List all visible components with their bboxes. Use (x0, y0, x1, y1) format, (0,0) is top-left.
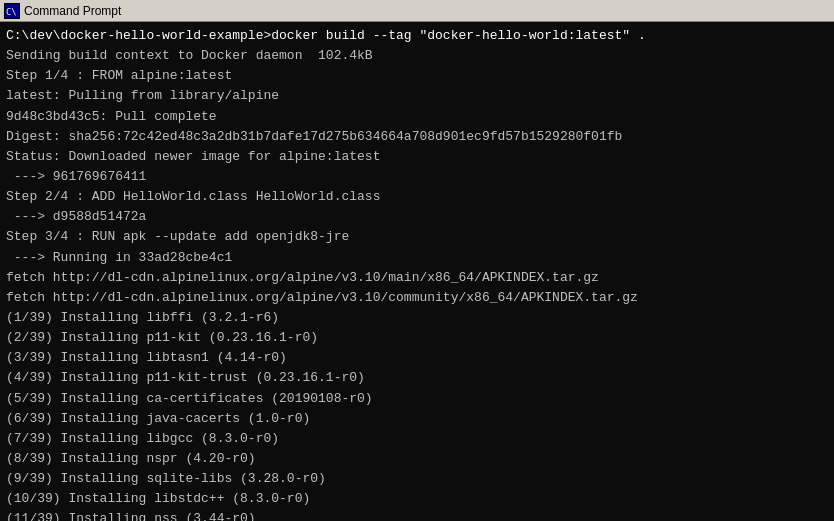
terminal-line: Digest: sha256:72c42ed48c3a2db31b7dafe17… (6, 127, 828, 147)
terminal-line: ---> Running in 33ad28cbe4c1 (6, 248, 828, 268)
terminal-line: (6/39) Installing java-cacerts (1.0-r0) (6, 409, 828, 429)
cmd-icon: C\ (4, 3, 20, 19)
title-bar-label: Command Prompt (24, 4, 830, 18)
terminal-line: (9/39) Installing sqlite-libs (3.28.0-r0… (6, 469, 828, 489)
terminal-line: (1/39) Installing libffi (3.2.1-r6) (6, 308, 828, 328)
terminal-line: (10/39) Installing libstdc++ (8.3.0-r0) (6, 489, 828, 509)
terminal-line: C:\dev\docker-hello-world-example>docker… (6, 26, 828, 46)
terminal-line: ---> d9588d51472a (6, 207, 828, 227)
terminal-line: Step 3/4 : RUN apk --update add openjdk8… (6, 227, 828, 247)
terminal-line: fetch http://dl-cdn.alpinelinux.org/alpi… (6, 268, 828, 288)
terminal-line: (3/39) Installing libtasn1 (4.14-r0) (6, 348, 828, 368)
svg-text:C\: C\ (6, 6, 17, 16)
terminal-line: (4/39) Installing p11-kit-trust (0.23.16… (6, 368, 828, 388)
title-bar: C\ Command Prompt (0, 0, 834, 22)
terminal-line: latest: Pulling from library/alpine (6, 86, 828, 106)
terminal: C:\dev\docker-hello-world-example>docker… (0, 22, 834, 521)
terminal-line: (7/39) Installing libgcc (8.3.0-r0) (6, 429, 828, 449)
terminal-line: 9d48c3bd43c5: Pull complete (6, 107, 828, 127)
terminal-line: Step 2/4 : ADD HelloWorld.class HelloWor… (6, 187, 828, 207)
terminal-line: fetch http://dl-cdn.alpinelinux.org/alpi… (6, 288, 828, 308)
terminal-line: Step 1/4 : FROM alpine:latest (6, 66, 828, 86)
terminal-line: ---> 961769676411 (6, 167, 828, 187)
terminal-line: (8/39) Installing nspr (4.20-r0) (6, 449, 828, 469)
terminal-line: Sending build context to Docker daemon 1… (6, 46, 828, 66)
terminal-line: (11/39) Installing nss (3.44-r0) (6, 509, 828, 521)
terminal-line: Status: Downloaded newer image for alpin… (6, 147, 828, 167)
terminal-line: (2/39) Installing p11-kit (0.23.16.1-r0) (6, 328, 828, 348)
terminal-line: (5/39) Installing ca-certificates (20190… (6, 389, 828, 409)
